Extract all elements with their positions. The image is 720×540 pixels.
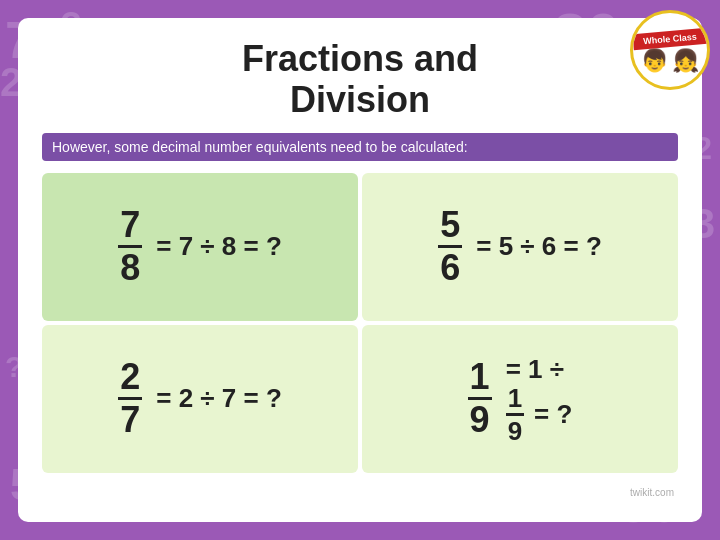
numerator-4: 1: [468, 359, 492, 400]
face-icon-2: 👧: [672, 48, 699, 74]
fraction-box-2: 5 6 = 5 ÷ 6 = ?: [362, 173, 678, 321]
subtitle-bar: However, some decimal number equivalents…: [42, 133, 678, 161]
equation-2: = 5 ÷ 6 = ?: [476, 231, 602, 262]
equation-3: = 2 ÷ 7 = ?: [156, 383, 282, 414]
watermark: twikit.com: [630, 487, 674, 498]
equation-4b: = ?: [534, 399, 572, 430]
badge-faces: 👦 👧: [641, 48, 699, 74]
fraction-box-1: 7 8 = 7 ÷ 8 = ?: [42, 173, 358, 321]
fraction-3: 2 7: [118, 359, 142, 438]
equation-4a: = 1 ÷: [506, 354, 564, 385]
numerator-2: 5: [438, 207, 462, 248]
numerator-3: 2: [118, 359, 142, 400]
fraction-box-3: 2 7 = 2 ÷ 7 = ?: [42, 325, 358, 473]
fraction-1: 7 8: [118, 207, 142, 286]
main-card: Fractions and Division However, some dec…: [18, 18, 702, 522]
equation-1: = 7 ÷ 8 = ?: [156, 231, 282, 262]
numerator-1: 7: [118, 207, 142, 248]
fraction-grid: 7 8 = 7 ÷ 8 = ? 5 6 = 5 ÷ 6 = ? 2 7 = 2 …: [42, 173, 678, 473]
whole-class-badge: Whole Class 👦 👧: [630, 10, 710, 90]
fraction-2: 5 6: [438, 207, 462, 286]
fraction-4: 1 9: [468, 359, 492, 438]
page-title: Fractions and Division: [42, 38, 678, 121]
denominator-2: 6: [440, 248, 460, 286]
face-icon-1: 👦: [641, 48, 668, 74]
denominator-4: 9: [470, 400, 490, 438]
fraction-box-4: 1 9 = 1 ÷ 1 9 = ?: [362, 325, 678, 473]
badge-text: Whole Class: [632, 28, 707, 50]
denominator-3: 7: [120, 400, 140, 438]
denominator-1: 8: [120, 248, 140, 286]
fraction-4b: 1 9: [506, 385, 524, 444]
